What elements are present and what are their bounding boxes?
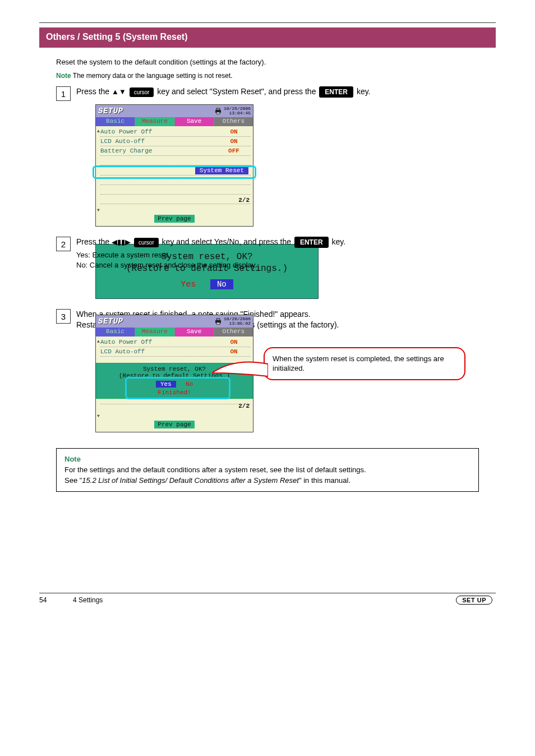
callout-tail-icon <box>212 359 268 382</box>
item-lcd-auto-off[interactable]: LCD Auto-off <box>100 138 217 145</box>
screenshot-setup-others: SETUP 10/26/2006 13:04:45 Basic Measure … <box>95 104 253 227</box>
svg-rect-5 <box>216 322 220 324</box>
shot-tabs: Basic Measure Save Others <box>96 117 253 126</box>
highlight-system-reset <box>93 165 256 179</box>
tab-save[interactable]: Save <box>175 117 214 126</box>
setup-key-icon: SET UP <box>456 596 492 605</box>
tab-basic[interactable]: Basic <box>96 117 135 126</box>
note-body: The memory data or the language setting … <box>73 72 233 80</box>
callout-bubble: When the system reset is completed, the … <box>264 347 465 380</box>
dialog-no-option[interactable]: No <box>210 279 233 289</box>
step-1: 1 Press the ▲▼ cursor key and select "Sy… <box>56 86 496 101</box>
intro-text: Reset the system to the default conditio… <box>56 58 496 66</box>
printer-icon <box>214 108 222 114</box>
prev-page-button[interactable]: Prev page <box>154 215 194 223</box>
item-battery-charge[interactable]: Battery Charge <box>100 147 217 154</box>
step-number: 1 <box>56 86 71 101</box>
section-banner: Others / Setting 5 (System Reset) <box>39 27 496 48</box>
up-down-arrow-icon: ▲▼ <box>112 87 126 96</box>
note-label: Note <box>56 72 71 80</box>
yes-description: Yes: Execute a system reset. <box>76 250 496 260</box>
enter-key-icon: ENTER <box>294 237 329 248</box>
svg-rect-4 <box>216 319 220 320</box>
page-footer: 54 4 Settings SET UP <box>39 593 496 605</box>
printer-icon <box>214 318 222 325</box>
item-auto-power-off[interactable]: Auto Power Off <box>100 128 217 135</box>
enter-key-icon: ENTER <box>319 86 353 98</box>
cross-ref: 15.2 List of Initial Settings/ Default C… <box>82 476 299 485</box>
svg-rect-1 <box>216 108 220 110</box>
svg-rect-2 <box>216 112 220 114</box>
note-line: Note The memory data or the language set… <box>56 72 496 80</box>
note-box-head: Note <box>64 455 81 463</box>
cursor-key-icon: cursor <box>134 238 159 248</box>
tab-others[interactable]: Others <box>214 117 253 126</box>
left-right-arrow-icon: ◀▮▮▶ <box>112 238 131 246</box>
shot-title: SETUP <box>98 107 123 116</box>
note-box: Note For the settings and the default co… <box>56 448 479 492</box>
page-number: 54 <box>39 596 73 604</box>
dialog-yes-option[interactable]: Yes <box>181 280 196 289</box>
page-indicator: 2/2 <box>238 197 250 204</box>
tab-measure[interactable]: Measure <box>135 117 174 126</box>
note-box-line1: For the settings and the default conditi… <box>64 465 471 476</box>
step-number: 2 <box>56 237 71 251</box>
chapter-title: 4 Settings <box>73 596 456 604</box>
banner-title: Others / Setting 5 (System Reset) <box>39 27 496 47</box>
dialog-line2: (Restore to default Settings.) <box>102 263 312 275</box>
cursor-key-icon: cursor <box>130 87 154 98</box>
